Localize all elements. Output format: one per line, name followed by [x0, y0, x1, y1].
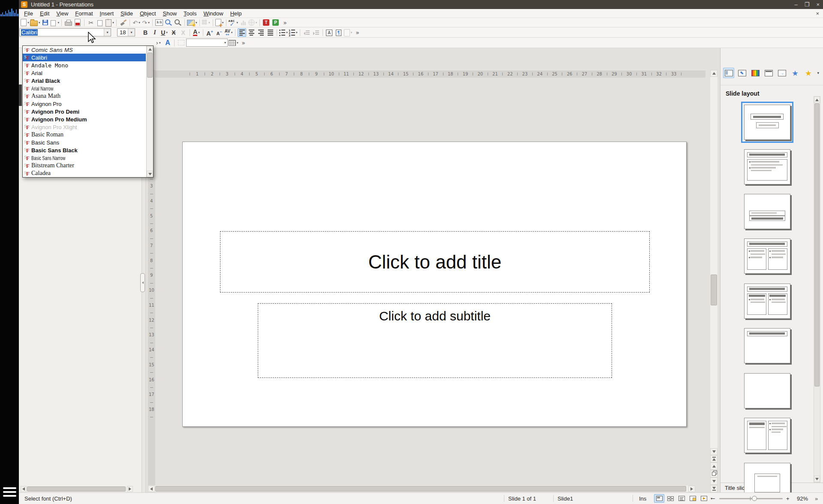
copy[interactable]	[96, 18, 105, 27]
font-list-item[interactable]: SFAvignon Pro Demi	[23, 108, 146, 115]
font-size-input[interactable]: 18 ▾	[117, 28, 135, 36]
export-pdf[interactable]	[73, 18, 82, 27]
menu-format[interactable]: Format	[72, 10, 96, 17]
font-list-item[interactable]: SFAvignon Pro Xlight	[23, 123, 146, 131]
new-slide[interactable]: +▾	[215, 18, 224, 27]
title-placeholder[interactable]: Click to add title	[220, 231, 650, 293]
sidebar-tab-slide-edit[interactable]: ✎	[736, 68, 748, 78]
nav-next-slide[interactable]	[710, 477, 717, 485]
menu-tools[interactable]: Tools	[180, 10, 200, 17]
layout-thumbnail-two-content[interactable]	[744, 238, 790, 274]
layout-thumbnail-content-left-pane[interactable]	[744, 418, 790, 453]
increase-indent[interactable]	[312, 28, 320, 37]
dropdown-scroll-down-button[interactable]	[147, 171, 153, 177]
close-document-button[interactable]: ×	[816, 10, 819, 17]
slide-canvas[interactable]: Click to add title Click to add subtitle	[182, 142, 687, 427]
style-selector[interactable]: ▾	[186, 39, 228, 47]
sidebar-tab-master-slides[interactable]	[763, 68, 774, 78]
sidebar-tab-animation[interactable]: ★	[790, 68, 801, 78]
display-grid[interactable]: 1:1	[155, 18, 163, 27]
menu-slide[interactable]: Slide	[117, 10, 136, 17]
increase-font-size[interactable]: A+	[205, 28, 214, 37]
subtitle-placeholder[interactable]: Click to add subtitle	[258, 303, 612, 378]
panel-splitter-grip[interactable]	[140, 273, 145, 292]
snap-to-grid[interactable]: ▾	[202, 18, 211, 27]
font-list-item[interactable]: SFArial Narrow	[23, 85, 146, 92]
layout-thumbnail-title-content[interactable]	[744, 149, 790, 184]
layout-thumbnail-blank[interactable]	[744, 373, 790, 408]
start-slideshow[interactable]	[699, 494, 709, 503]
layout-thumbnail-title-only[interactable]	[744, 328, 790, 363]
table-design[interactable]: ▾	[229, 39, 238, 47]
text-shadow[interactable]: X	[179, 28, 187, 37]
layout-thumbnail-title-slide[interactable]	[744, 105, 790, 140]
scrollbar-track[interactable]	[710, 77, 717, 448]
italic[interactable]: I	[151, 28, 159, 37]
menu-edit[interactable]: Edit	[36, 10, 53, 17]
align-right[interactable]	[256, 28, 265, 37]
minimize-button[interactable]: –	[795, 1, 798, 8]
underline[interactable]: U▾	[160, 28, 169, 37]
scrollbar-thumb[interactable]	[711, 275, 717, 305]
nav-previous-slide[interactable]	[710, 462, 717, 470]
slide-name-label[interactable]: Slide1	[558, 493, 573, 504]
ordered-list[interactable]: 123▾	[289, 28, 298, 37]
character-dialog[interactable]: ¶	[335, 28, 343, 37]
menu-view[interactable]: View	[53, 10, 72, 17]
font-list-item[interactable]: SFAsana Math	[23, 92, 146, 100]
nav-last-slide[interactable]	[710, 485, 717, 492]
text-document-red[interactable]: T	[262, 18, 271, 27]
layout-thumbnail-centered-text[interactable]	[744, 194, 790, 229]
sidebar-tab-slide-transition[interactable]: →	[776, 68, 787, 78]
sidebar-tab-effects[interactable]: ★	[803, 68, 814, 78]
font-list-item[interactable]: SFCalibri	[23, 54, 146, 61]
menu-insert[interactable]: Insert	[96, 10, 118, 17]
toolbar-options[interactable]: ›▾	[154, 39, 163, 47]
font-size-dropdown-arrow[interactable]: ▾	[128, 29, 135, 36]
font-dropdown-scrollbar[interactable]	[146, 46, 153, 177]
close-button[interactable]: ×	[816, 1, 820, 8]
font-list-item[interactable]: SFBasic Sans Narrow	[23, 154, 146, 162]
font-list-item[interactable]: SFComic Sans MS	[23, 46, 146, 54]
layout-thumbnail-two-content-headers[interactable]	[744, 284, 790, 319]
toolbar-overflow[interactable]: »	[353, 28, 362, 37]
align-left[interactable]	[238, 28, 246, 37]
sidebar-tab-properties[interactable]	[723, 68, 734, 78]
zoom-pan[interactable]	[164, 18, 173, 27]
font-list-item[interactable]: SFBitstream Charter	[23, 162, 146, 169]
character-spacing[interactable]: AV↔▾	[224, 28, 233, 37]
view-normal[interactable]	[654, 494, 664, 503]
font-list-item[interactable]: SFAvignon Pro	[23, 100, 146, 108]
toolbar-overflow[interactable]: »	[239, 39, 248, 47]
undo[interactable]: ↶▾	[132, 18, 141, 27]
hamburger-menu-icon[interactable]	[3, 487, 16, 497]
font-list-item[interactable]: SFArial Black	[23, 77, 146, 85]
insert-object[interactable]: ▾	[248, 18, 257, 27]
zoom-in-button[interactable]: +	[786, 493, 790, 504]
cut[interactable]: ✂	[87, 18, 95, 27]
save[interactable]	[41, 18, 50, 27]
zoom-out-button[interactable]: −	[712, 493, 715, 504]
font-color[interactable]: A▾	[192, 28, 201, 37]
fontwork[interactable]: A	[163, 39, 172, 47]
font-list-item[interactable]: SFAndale Mono	[23, 61, 146, 69]
menu-window[interactable]: Window	[200, 10, 226, 17]
dropdown-scroll-thumb[interactable]	[147, 53, 153, 78]
insert-text-box[interactable]: A	[325, 28, 334, 37]
hscroll-right-button[interactable]	[688, 486, 695, 492]
font-name-input[interactable]: Calibri ▾	[19, 28, 111, 36]
decrease-indent[interactable]	[302, 28, 311, 37]
frame-style[interactable]	[177, 39, 185, 47]
font-list-item[interactable]: SFArial	[23, 69, 146, 77]
scrollbar-thumb[interactable]	[155, 486, 686, 492]
font-list-item[interactable]: SFBasic Sans	[23, 139, 146, 146]
strikethrough[interactable]: X	[169, 28, 178, 37]
nav-first-slide[interactable]	[710, 455, 717, 462]
maximize-button[interactable]: ❐	[805, 1, 810, 8]
font-name-dropdown-arrow[interactable]: ▾	[104, 29, 111, 36]
sidebar-scroll-up-button[interactable]	[814, 97, 820, 103]
sidebar-scrollbar[interactable]	[814, 96, 820, 483]
align-center[interactable]	[247, 28, 256, 37]
insert-image[interactable]: ★▾	[187, 18, 197, 27]
insert-mode-label[interactable]: Ins	[639, 493, 646, 504]
